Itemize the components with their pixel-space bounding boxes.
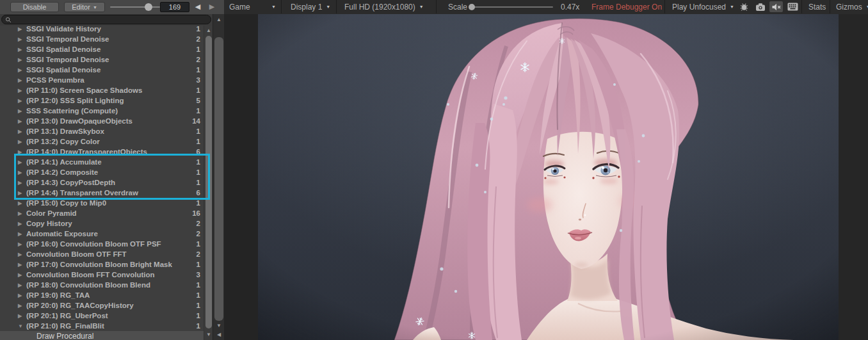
search-box[interactable] [1,15,211,24]
table-row[interactable]: ▶ Automatic Exposure 2 [0,229,204,239]
scroll-down-icon[interactable]: ▼ [213,322,224,330]
scroll-up-icon[interactable]: ▲ [213,16,224,24]
scroll-down-icon[interactable]: ▼ [204,331,213,339]
debug-bug-button[interactable] [737,1,751,12]
foldout-caret-icon[interactable]: ▶ [18,252,26,257]
foldout-caret-icon[interactable]: ▶ [18,47,26,53]
scale-slider[interactable] [471,6,553,8]
child-row-label: Draw Procedural [36,332,93,340]
scroll-up-icon[interactable]: ▲ [204,27,213,35]
frame-slider-knob[interactable] [145,3,152,11]
tree-scrollbar-thumb[interactable] [205,36,212,328]
scroll-left-icon[interactable]: ◀ [213,331,224,339]
foldout-caret-icon[interactable]: ▶ [18,159,26,165]
table-row[interactable]: ▶ (RP 20:0) RG_TAACopyHistory 1 [0,300,204,311]
foldout-caret-icon[interactable]: ▶ [18,303,26,309]
table-row[interactable]: ▶ (RP 20:1) RG_UberPost 1 [0,311,204,321]
character-illustration [258,14,839,340]
event-draw-count: 1 [186,127,200,135]
table-row[interactable]: ▶ Color Pyramid 16 [0,208,204,218]
event-draw-count: 2 [186,230,200,238]
game-viewport[interactable] [224,14,868,340]
foldout-caret-icon[interactable]: ▼ [18,323,26,329]
table-row[interactable]: ▶ (RP 17:0) Convolution Bloom Bright Mas… [0,259,204,270]
stats-button[interactable]: Stats [803,0,830,13]
foldout-caret-icon[interactable]: ▶ [18,108,26,114]
table-row[interactable]: ▶ SSS Scattering (Compute) 1 [0,106,204,116]
foldout-caret-icon[interactable]: ▶ [18,149,26,155]
foldout-caret-icon[interactable]: ▶ [18,77,26,83]
table-row[interactable]: ▶ SSGI Spatial Denoise 1 [0,65,204,75]
table-row[interactable]: ▶ (RP 14:1) Accumulate 1 [0,157,204,167]
foldout-caret-icon[interactable]: ▶ [18,98,26,104]
search-input[interactable] [12,15,211,24]
table-row[interactable]: ▶ PCSS Penumbra 3 [0,75,204,85]
table-row[interactable]: ▶ Copy History 2 [0,218,204,229]
foldout-caret-icon[interactable]: ▶ [18,180,26,186]
foldout-caret-icon[interactable]: ▶ [18,231,26,237]
frame-debugger-event-panel: ▶ SSGI Validate History 1 ▶ SSGI Tempora… [0,14,224,340]
foldout-caret-icon[interactable]: ▶ [18,221,26,227]
disable-button[interactable]: Disable [10,2,59,12]
foldout-caret-icon[interactable]: ▶ [18,293,26,298]
table-row[interactable]: ▶ SSGI Temporal Denoise 2 [0,54,204,65]
foldout-caret-icon[interactable]: ▶ [18,26,26,32]
table-row[interactable]: ▶ (RP 14:4) Transparent Overdraw 6 [0,188,204,198]
frame-number-field[interactable] [160,2,189,12]
screenshot-button[interactable] [753,1,767,12]
mute-audio-toggle[interactable] [769,1,783,12]
foldout-caret-icon[interactable]: ▶ [18,36,26,42]
foldout-caret-icon[interactable]: ▶ [18,200,26,206]
foldout-caret-icon[interactable]: ▶ [18,262,26,268]
foldout-caret-icon[interactable]: ▶ [18,129,26,134]
foldout-caret-icon[interactable]: ▶ [18,211,26,216]
foldout-caret-icon[interactable]: ▶ [18,67,26,73]
resolution-dropdown[interactable]: Full HD (1920x1080) ▼ [339,0,437,13]
gizmos-dropdown[interactable]: Gizmos ▼ [831,0,868,13]
table-row[interactable]: ▶ Convolution Bloom OTF FFT 2 [0,249,204,259]
table-row[interactable]: ▶ (RP 14:0) DrawTransparentObjects 6 [0,147,204,157]
scale-slider-knob[interactable] [469,4,475,10]
foldout-caret-icon[interactable]: ▶ [18,313,26,319]
table-row[interactable]: ▶ (RP 15:0) Copy to Mip0 1 [0,198,204,208]
event-draw-count: 1 [186,45,200,53]
table-row[interactable]: ▶ (RP 13:0) DrawOpaqueObjects 14 [0,116,204,126]
editor-dropdown[interactable]: Editor ▼ [64,2,105,12]
foldout-caret-icon[interactable]: ▶ [18,88,26,93]
table-row[interactable]: ▶ (RP 14:3) CopyPostDepth 1 [0,177,204,188]
table-row[interactable]: ▼ (RP 21:0) RG_FinalBlit 1 [0,321,204,331]
play-unfocused-dropdown[interactable]: Play Unfocused ▼ [667,0,739,13]
display-dropdown[interactable]: Display 1 ▼ [285,0,337,13]
previous-event-button[interactable]: ◀ [192,1,204,13]
frame-slider[interactable] [110,6,160,8]
table-row[interactable]: ▶ (RP 13:2) Copy Color 1 [0,136,204,147]
foldout-caret-icon[interactable]: ▶ [18,190,26,196]
next-event-button[interactable]: ▶ [206,1,218,13]
foldout-caret-icon[interactable]: ▶ [18,57,26,63]
foldout-caret-icon[interactable]: ▶ [18,241,26,247]
child-row[interactable]: Draw Procedural [0,331,204,340]
panel-scrollbar[interactable]: ▲ ▼ ◀ [213,14,224,340]
foldout-caret-icon[interactable]: ▶ [18,170,26,175]
foldout-caret-icon[interactable]: ▶ [18,272,26,278]
panel-scrollbar-thumb[interactable] [214,37,223,321]
table-row[interactable]: ▶ (RP 11:0) Screen Space Shadows 1 [0,85,204,95]
event-label: (RP 21:0) RG_FinalBlit [26,322,186,330]
foldout-caret-icon[interactable]: ▶ [18,139,26,145]
tab-game[interactable]: Game ▼ [224,0,282,13]
tree-scrollbar[interactable]: ▲ ▼ [204,26,213,340]
table-row[interactable]: ▶ Convolution Bloom FFT Convolution 3 [0,270,204,280]
table-row[interactable]: ▶ (RP 13:1) DrawSkybox 1 [0,126,204,136]
table-row[interactable]: ▶ (RP 18:0) Convolution Bloom Blend 1 [0,280,204,290]
table-row[interactable]: ▶ SSGI Spatial Denoise 1 [0,44,204,54]
event-label: (RP 14:4) Transparent Overdraw [26,189,186,197]
table-row[interactable]: ▶ SSGI Temporal Denoise 2 [0,34,204,44]
table-row[interactable]: ▶ (RP 14:2) Composite 1 [0,167,204,177]
table-row[interactable]: ▶ (RP 16:0) Convolution Bloom OTF PSF 1 [0,239,204,249]
foldout-caret-icon[interactable]: ▶ [18,282,26,288]
foldout-caret-icon[interactable]: ▶ [18,118,26,124]
chevron-down-icon: ▼ [271,4,276,9]
table-row[interactable]: ▶ (RP 12:0) SSS Split Lighting 5 [0,95,204,106]
shortcuts-button[interactable] [786,1,800,12]
table-row[interactable]: ▶ (RP 19:0) RG_TAA 1 [0,290,204,300]
